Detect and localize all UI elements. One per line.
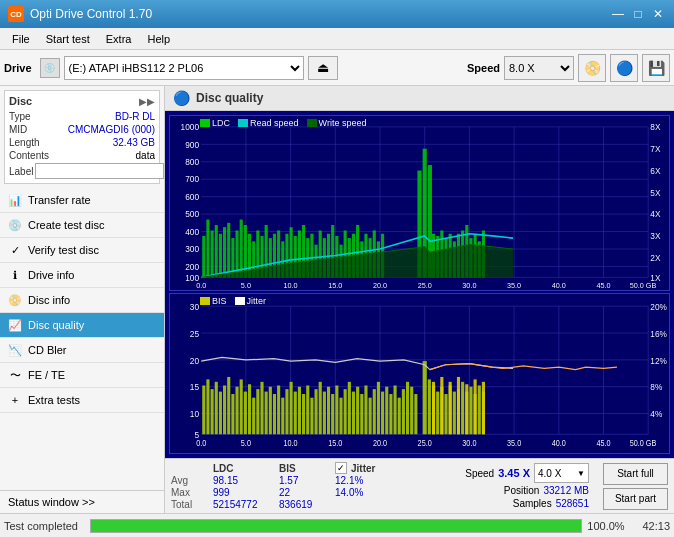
svg-rect-203 [428,380,431,435]
svg-rect-184 [344,390,347,435]
svg-text:20.0: 20.0 [373,439,388,449]
menu-help[interactable]: Help [139,31,178,47]
sidebar-item-disc-quality[interactable]: 📈 Disc quality [0,313,164,338]
stat-total-ldc: 52154772 [213,499,273,510]
titlebar-left: CD Opti Drive Control 1.70 [8,6,152,22]
svg-rect-178 [319,382,322,434]
legend-write-speed: Write speed [307,118,367,128]
svg-rect-152 [211,390,214,435]
svg-rect-174 [302,394,305,434]
start-part-button[interactable]: Start part [603,488,668,510]
stat-total-row: Total 52154772 836619 [171,499,457,510]
stat-max-bis: 22 [279,487,329,498]
sidebar-item-extra-tests-label: Extra tests [28,394,80,406]
speed-select[interactable]: 8.0 X [504,56,574,80]
svg-text:50.0 GB: 50.0 GB [630,281,657,290]
svg-rect-54 [219,234,222,278]
sidebar-item-verify-test-disc[interactable]: ✓ Verify test disc [0,238,164,263]
content-icon: 🔵 [173,90,190,106]
action-buttons: Start full Start part [603,463,668,510]
sidebar-item-extra-tests[interactable]: + Extra tests [0,388,164,413]
svg-text:200: 200 [185,262,199,272]
svg-text:10.0: 10.0 [284,281,298,290]
sidebar-item-disc-info[interactable]: 📀 Disc info [0,288,164,313]
jitter-checkbox[interactable]: ✓ [335,462,347,474]
menu-extra[interactable]: Extra [98,31,140,47]
disc-type-label: Type [9,111,31,122]
disc-info-panel: Disc ▶▶ Type BD-R DL MID CMCMAGDI6 (000)… [4,90,160,184]
legend-read-speed: Read speed [238,118,299,128]
sidebar-item-drive-info[interactable]: ℹ Drive info [0,263,164,288]
toolbar-btn-2[interactable]: 🔵 [610,54,638,82]
menu-start-test[interactable]: Start test [38,31,98,47]
svg-rect-162 [252,398,255,435]
eject-button[interactable]: ⏏ [308,56,338,80]
sidebar-item-create-test-disc-label: Create test disc [28,219,104,231]
svg-rect-199 [406,382,409,434]
svg-rect-164 [260,382,263,434]
app-title: Opti Drive Control 1.70 [30,7,152,21]
svg-rect-166 [269,387,272,435]
drive-select[interactable]: (E:) ATAPI iHBS112 2 PL06 [64,56,304,80]
svg-text:35.0: 35.0 [507,439,522,449]
sidebar-item-drive-info-label: Drive info [28,269,74,281]
svg-rect-192 [377,382,380,434]
drive-select-container: 💿 (E:) ATAPI iHBS112 2 PL06 ⏏ [40,56,463,80]
stat-total-bis: 836619 [279,499,329,510]
svg-rect-187 [356,387,359,435]
svg-text:1000: 1000 [181,122,200,132]
legend-bis: BIS [200,296,227,306]
toolbar-btn-3[interactable]: 💾 [642,54,670,82]
status-window-label: Status window >> [8,496,95,508]
start-full-button[interactable]: Start full [603,463,668,485]
svg-rect-207 [444,394,447,434]
svg-rect-193 [381,392,384,435]
svg-text:30.0: 30.0 [462,439,477,449]
svg-rect-163 [256,390,259,435]
svg-text:20.0: 20.0 [373,281,387,290]
disc-field-type: Type BD-R DL [9,111,155,122]
sidebar-item-transfer-rate[interactable]: 📊 Transfer rate [0,188,164,213]
sidebar-item-disc-quality-label: Disc quality [28,319,84,331]
position-row: Position 33212 MB [504,485,589,496]
svg-rect-183 [339,398,342,435]
legend-bis-label: BIS [212,296,227,306]
sidebar-item-create-test-disc[interactable]: 💿 Create test disc [0,213,164,238]
jitter-check-row: ✓ Jitter [335,462,375,474]
svg-rect-222 [474,380,477,435]
speed-dropdown[interactable]: 4.0 X ▼ [534,463,589,483]
charts-container: LDC Read speed Write speed [165,111,674,458]
svg-rect-200 [410,387,413,435]
svg-text:3X: 3X [650,231,660,241]
sidebar-item-fe-te[interactable]: 〜 FE / TE [0,363,164,388]
svg-text:700: 700 [185,174,199,184]
svg-text:15.0: 15.0 [328,281,342,290]
sidebar-footer: Status window >> [0,490,164,513]
disc-length-label: Length [9,137,40,148]
svg-text:40.0: 40.0 [552,439,567,449]
create-test-disc-icon: 💿 [8,218,22,232]
svg-rect-150 [202,386,205,435]
chart-bottom-legend: BIS Jitter [200,296,266,306]
window-controls[interactable]: — □ ✕ [610,6,666,22]
svg-rect-221 [465,385,468,435]
label-input[interactable] [35,163,164,179]
svg-rect-201 [414,394,417,434]
svg-text:25.0: 25.0 [418,281,432,290]
minimize-button[interactable]: — [610,6,626,22]
svg-rect-223 [482,382,485,434]
close-button[interactable]: ✕ [650,6,666,22]
toolbar-btn-1[interactable]: 📀 [578,54,606,82]
svg-rect-170 [285,390,288,435]
disc-info-header: Disc ▶▶ [9,95,155,107]
svg-rect-197 [398,398,401,435]
speed-select-value: 4.0 X [538,468,561,479]
legend-ldc: LDC [200,118,230,128]
chart-top-legend: LDC Read speed Write speed [200,118,366,128]
menu-file[interactable]: File [4,31,38,47]
chart-bottom-svg: 30 25 20 15 10 5 20% 16% 12% 8% 4% [170,294,669,453]
sidebar-item-cd-bler[interactable]: 📉 CD Bler [0,338,164,363]
status-window-button[interactable]: Status window >> [0,491,164,513]
maximize-button[interactable]: □ [630,6,646,22]
disc-panel-title: Disc [9,95,32,107]
